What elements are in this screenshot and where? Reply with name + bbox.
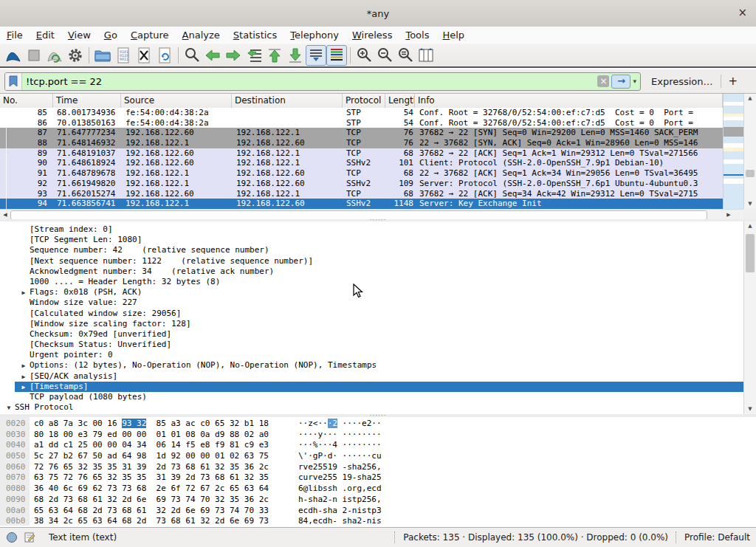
collapsed-arrow-icon[interactable]: ▶ [18,361,30,371]
expert-info-icon[interactable] [6,531,18,543]
detail-line[interactable]: ▶[Timestamps] [15,382,743,392]
menu-statistics[interactable]: Statistics [227,27,284,44]
go-forward-button[interactable] [223,45,244,66]
packet-row-89[interactable]: 8971.648191037192.168.122.60192.168.122.… [0,148,723,159]
hex-row-0050[interactable]: 00505c 27 b2 67 50 ad 64 98 1d 92 00 00 … [0,451,756,462]
packet-row-86[interactable]: 8670.013850163fe:54:00:d4:38:2aSTP54Conf… [0,118,723,128]
packet-row-93[interactable]: 9371.662015274192.168.122.60192.168.122.… [0,189,723,199]
menu-help[interactable]: Help [436,27,471,44]
hex-row-00b0[interactable]: 00b038 34 2c 65 63 64 68 2d 73 68 61 32 … [0,516,756,526]
hex-row-0020[interactable]: 0020c0 a8 7a 3c 00 16 93 32 85 a3 ac c0 … [0,419,756,430]
go-to-packet-button[interactable] [244,45,264,66]
scrollbar-thumb[interactable] [746,234,755,272]
detail-line[interactable]: [TCP Segment Len: 1080] [0,235,743,245]
collapsed-arrow-icon[interactable]: ▶ [18,372,30,382]
packet-row-85[interactable]: 8568.001734936fe:54:00:d4:38:2aSTP54Conf… [0,108,723,118]
packet-row-92[interactable]: 9271.661949820192.168.122.1192.168.122.6… [0,179,723,189]
filter-add-button[interactable]: + [729,75,738,88]
detail-line[interactable]: Checksum: 0x79ed [unverified] [0,329,743,340]
menu-analyze[interactable]: Analyze [176,27,227,44]
filter-apply-icon[interactable]: → [611,75,630,89]
hex-row-0080[interactable]: 008036 40 6c 69 62 73 73 68 2e 6f 72 67 … [0,484,756,495]
menu-wireless[interactable]: Wireless [346,27,399,44]
detail-line[interactable]: [Calculated window size: 29056] [0,309,743,319]
scroll-right-icon[interactable]: ▶ [724,210,733,219]
display-filter-input[interactable]: !tcp.port == 22 × → ▾ [4,72,641,91]
scroll-up-icon[interactable]: ▲ [744,221,756,231]
window-close-icon[interactable]: × [738,6,747,19]
detail-line[interactable]: Urgent pointer: 0 [0,350,743,360]
intelligent-scrollbar-minimap[interactable] [723,94,744,209]
column-header-destination[interactable]: Destination [232,94,343,108]
capture-options-button[interactable] [65,45,86,66]
hex-row-0060[interactable]: 006072 76 65 32 35 35 31 39 2d 73 68 61 … [0,462,756,473]
zoom-out-button[interactable] [374,45,395,66]
detail-line[interactable]: 1000 .... = Header Length: 32 bytes (8) [0,277,743,287]
save-file-button[interactable]: 010101100011 [113,45,134,66]
hex-row-0030[interactable]: 003080 18 00 e3 79 ed 00 00 01 01 08 0a … [0,430,756,441]
filter-dropdown-caret-icon[interactable]: ▾ [633,78,636,85]
packet-list-vscrollbar[interactable]: ▲ ▼ [743,94,756,209]
find-packet-button[interactable] [182,45,202,66]
scrollbar-thumb[interactable] [746,170,755,177]
detail-line[interactable]: [Next sequence number: 1122 (relative se… [0,256,743,266]
column-header-info[interactable]: Info [415,94,723,108]
collapsed-arrow-icon[interactable]: ▶ [18,382,30,393]
packet-row-94[interactable]: 9471.663856741192.168.122.1192.168.122.6… [0,199,723,209]
close-file-button[interactable] [134,45,154,66]
detail-line[interactable]: Sequence number: 42 (relative sequence n… [0,245,743,255]
details-vscrollbar[interactable]: ▲ ▼ [743,221,756,414]
packet-row-90[interactable]: 9071.648618924192.168.122.60192.168.122.… [0,158,723,168]
menu-view[interactable]: View [61,27,97,44]
detail-line[interactable]: [Checksum Status: Unverified] [0,340,743,350]
detail-line[interactable]: [Stream index: 0] [0,224,743,235]
packet-row-87[interactable]: 8771.647777234192.168.122.60192.168.122.… [0,128,723,138]
expression-button[interactable]: Expression… [651,76,713,87]
column-header-time[interactable]: Time [53,94,121,108]
detail-line[interactable]: Window size value: 227 [0,297,743,308]
restart-capture-button[interactable] [44,45,65,66]
go-last-packet-button[interactable] [285,45,306,66]
go-back-button[interactable] [202,45,223,66]
menu-go[interactable]: Go [97,27,124,44]
column-header-source[interactable]: Source [121,94,232,108]
hex-row-00a0[interactable]: 00a065 63 64 68 2d 73 68 61 32 2d 6e 69 … [0,506,756,517]
filter-clear-icon[interactable]: × [597,75,609,87]
open-file-button[interactable] [92,45,113,66]
detail-line[interactable]: [Window size scaling factor: 128] [0,319,743,329]
scroll-left-icon[interactable]: ◀ [1,210,10,219]
filter-text[interactable]: !tcp.port == 22 [22,76,597,87]
detail-line[interactable]: ▶Options: (12 bytes), No-Operation (NOP)… [0,360,743,371]
start-capture-button[interactable] [3,45,24,66]
detail-line[interactable]: TCP payload (1080 bytes) [0,392,743,402]
stop-capture-button[interactable] [24,45,44,66]
packet-row-88[interactable]: 8871.648146932192.168.122.1192.168.122.6… [0,138,723,148]
hex-row-0040[interactable]: 0040a1 dd c1 25 00 00 04 34 06 14 f5 e8 … [0,440,756,451]
collapsed-arrow-icon[interactable]: ▶ [18,288,30,298]
hex-row-0090[interactable]: 009068 2d 73 68 61 32 2d 6e 69 73 74 70 … [0,495,756,506]
detail-line[interactable]: ▶[SEQ/ACK analysis] [0,371,743,382]
column-header-protocol[interactable]: Protocol [343,94,385,108]
zoom-reset-button[interactable] [395,45,416,66]
menu-capture[interactable]: Capture [124,27,176,44]
menu-tools[interactable]: Tools [399,27,436,44]
go-first-packet-button[interactable] [264,45,285,66]
title-bar[interactable]: *any × [0,0,756,27]
packet-row-91[interactable]: 9171.648789678192.168.122.1192.168.122.6… [0,168,723,179]
detail-line[interactable]: Acknowledgment number: 34 (relative ack … [0,266,743,277]
status-profile[interactable]: Profile: Default [684,532,750,543]
scroll-down-icon[interactable]: ▼ [744,199,756,209]
menu-file[interactable]: File [0,27,30,44]
menu-edit[interactable]: Edit [30,27,61,44]
filter-bookmark-icon[interactable] [5,73,22,90]
detail-line[interactable]: ▶Flags: 0x018 (PSH, ACK) [0,287,743,297]
colorize-button[interactable] [326,45,347,66]
expanded-arrow-icon[interactable]: ▼ [3,403,15,413]
hex-row-0070[interactable]: 007063 75 72 76 65 32 35 35 31 39 2d 73 … [0,472,756,484]
capture-comment-icon[interactable] [24,531,35,543]
menu-telephony[interactable]: Telephony [284,27,346,44]
scroll-down-icon[interactable]: ▼ [744,405,756,414]
auto-scroll-button[interactable] [306,45,326,66]
reload-file-button[interactable] [154,45,175,66]
column-header-no[interactable]: No. [0,94,53,108]
